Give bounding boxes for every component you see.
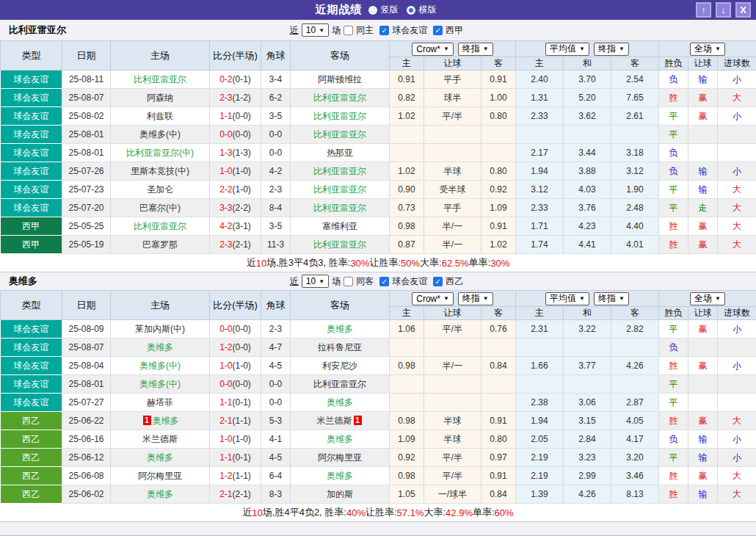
- matches-table: 类型 日期 主场 比分(半场) 角球 客场 Crow*▼ 终指▼ 平均值: [0, 40, 756, 254]
- summary-stat-value: 30%: [490, 258, 509, 269]
- home-team: 奥维多(中): [111, 126, 210, 144]
- handicap-home-odds: 0.91: [390, 70, 424, 89]
- result-handicap: 输: [688, 485, 718, 504]
- avg-draw-odds: 4.23: [564, 217, 611, 236]
- odds-stage-select[interactable]: 终指▼: [458, 43, 493, 56]
- same-venue-label: 同客: [356, 275, 374, 288]
- col-result-handicap: 让球: [688, 307, 718, 320]
- result-wdl: 平: [659, 375, 688, 394]
- scope-select[interactable]: 全场▼: [690, 43, 725, 56]
- handicap-away-odds: 1.00: [481, 89, 516, 107]
- home-team: 阿尔梅里亚: [111, 467, 210, 485]
- odds-stage-select[interactable]: 终指▼: [458, 292, 493, 305]
- near-link[interactable]: 近: [290, 275, 299, 288]
- avg-draw-odds: 3.15: [564, 412, 611, 430]
- avg-draw-odds: 5.20: [564, 89, 611, 107]
- halftime-score: (1-1): [233, 471, 251, 481]
- titlebar: 近期战绩 竖版 横版 ↑ ↓ X: [0, 0, 756, 20]
- avg-draw-odds: 4.41: [564, 236, 611, 254]
- avg-draw-odds: 3.06: [564, 394, 611, 412]
- home-team: 赫塔菲: [111, 394, 210, 412]
- handicap-home-odds: [390, 144, 424, 162]
- move-up-button[interactable]: ↑: [696, 2, 711, 18]
- filter-league-checkbox[interactable]: ✓: [433, 277, 443, 286]
- match-date: 25-06-12: [62, 449, 111, 467]
- score: 1-1(0-1): [210, 394, 261, 412]
- result-goals: 大: [718, 236, 756, 254]
- fulltime-score: 0-2: [219, 74, 232, 84]
- col-avg-home: 主: [516, 57, 564, 70]
- average-select[interactable]: 平均值▼: [545, 43, 589, 56]
- same-venue-checkbox[interactable]: [344, 277, 353, 286]
- match-count-select[interactable]: 10▼: [302, 23, 329, 37]
- handicap-line: [424, 375, 481, 394]
- layout-vertical-radio[interactable]: [368, 6, 377, 15]
- layout-horizontal-radio[interactable]: [407, 6, 415, 15]
- handicap-home-odds: [390, 375, 424, 394]
- bookmaker-select[interactable]: Crow*▼: [412, 292, 454, 305]
- match-row: 西甲 25-05-19 巴塞罗那 2-3(2-1) 11-3 比利亚雷亚尔 0.…: [1, 236, 756, 254]
- col-avg-draw: 和: [564, 57, 611, 70]
- match-count-select[interactable]: 10▼: [302, 275, 329, 288]
- handicap-home-odds: [390, 126, 424, 144]
- avg-home-odds: 1.39: [516, 485, 564, 504]
- match-row: 球会友谊 25-08-01 比利亚雷亚尔(中) 1-3(1-3) 0-0 热那亚…: [1, 144, 756, 162]
- match-type-badge: 球会友谊: [1, 181, 62, 199]
- score: 1-1(0-0): [210, 107, 261, 126]
- corner-score: 2-3: [261, 181, 291, 199]
- halftime-score: (0-0): [233, 111, 251, 121]
- result-handicap: [688, 144, 718, 162]
- avg-home-odds: [516, 126, 564, 144]
- handicap-line: 半球: [424, 430, 481, 449]
- filter-league-checkbox[interactable]: ✓: [433, 26, 443, 35]
- match-type-badge: 西乙: [1, 449, 62, 467]
- match-date: 25-08-07: [62, 89, 111, 107]
- bookmaker-select[interactable]: Crow*▼: [412, 43, 454, 56]
- handicap-home-odds: 1.02: [390, 162, 424, 181]
- scope-select[interactable]: 全场▼: [690, 292, 725, 305]
- near-link[interactable]: 近: [290, 24, 299, 37]
- filter-friendly-checkbox[interactable]: ✓: [379, 26, 389, 35]
- away-team: 拉科鲁尼亚: [291, 338, 390, 357]
- match-type-badge: 球会友谊: [1, 126, 62, 144]
- handicap-away-odds: [481, 394, 516, 412]
- fulltime-score: 2-3: [219, 239, 232, 250]
- fulltime-score: 3-3: [219, 203, 232, 213]
- summary-stat-value: 50%: [401, 258, 420, 269]
- col-handicap-home: 主: [390, 307, 424, 320]
- col-handicap-away: 客: [481, 57, 516, 70]
- avg-stage-select[interactable]: 终指▼: [594, 292, 629, 305]
- score: 1-3(1-3): [210, 144, 261, 162]
- handicap-line: [424, 338, 481, 357]
- handicap-line: 平/半: [424, 320, 481, 338]
- corner-score: 0-0: [261, 144, 291, 162]
- avg-stage-select[interactable]: 终指▼: [594, 43, 629, 56]
- summary-text: 让胜率:: [369, 256, 401, 269]
- handicap-home-odds: 0.90: [390, 181, 424, 199]
- average-select[interactable]: 平均值▼: [545, 292, 589, 305]
- result-wdl: 负: [659, 70, 688, 89]
- result-goals: 小: [718, 430, 756, 449]
- score: 2-1(1-1): [210, 412, 261, 430]
- filter-friendly-checkbox[interactable]: ✓: [379, 277, 389, 286]
- result-handicap: 输: [688, 430, 718, 449]
- handicap-home-odds: 0.87: [390, 236, 424, 254]
- close-button[interactable]: X: [735, 2, 751, 18]
- handicap-away-odds: [481, 126, 516, 144]
- move-down-button[interactable]: ↓: [716, 2, 731, 18]
- same-venue-checkbox[interactable]: [344, 26, 353, 35]
- col-handicap-line: 让球: [424, 57, 481, 70]
- result-goals: [718, 144, 756, 162]
- summary-text: 单率:: [469, 256, 491, 269]
- avg-home-odds: 2.19: [516, 467, 564, 485]
- away-team: 阿斯顿维拉: [291, 70, 390, 89]
- result-handicap: [688, 126, 718, 144]
- halftime-score: (0-0): [233, 379, 251, 389]
- result-goals: 大: [718, 89, 756, 107]
- home-team: 比利亚雷亚尔: [111, 217, 210, 236]
- col-corner: 角球: [261, 291, 291, 320]
- handicap-home-odds: 0.82: [390, 89, 424, 107]
- result-handicap: [688, 338, 718, 357]
- match-date: 25-08-09: [62, 320, 111, 338]
- col-type: 类型: [1, 41, 62, 70]
